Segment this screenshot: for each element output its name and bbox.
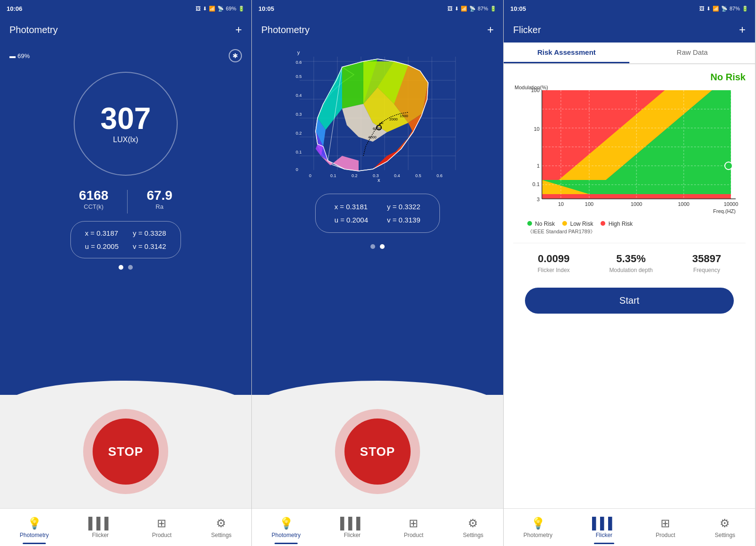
svg-text:0: 0 (309, 173, 311, 178)
nav-flicker-1[interactable]: ▌▌▌ Flicker (84, 514, 117, 541)
app-header-3: Flicker + (504, 17, 755, 43)
battery-row-1: ▬ 69% ✱ (0, 49, 251, 67)
nav-product-label-1: Product (152, 532, 172, 538)
stop-button-1[interactable]: STOP (93, 418, 159, 485)
flicker-icon-3: ▌▌▌ (592, 517, 616, 530)
svg-text:0.4: 0.4 (394, 173, 400, 178)
dot-2-inactive[interactable] (370, 244, 375, 249)
bottom-nav-3: 💡 Photometry ▌▌▌ Flicker ⊞ Product ⚙ Set… (504, 508, 755, 546)
nav-product-1[interactable]: ⊞ Product (147, 514, 176, 541)
bluetooth-icon: ✱ (229, 49, 242, 62)
status-icons-3: 🖼 ⬇ 📶 📡 87% 🔋 (699, 6, 748, 12)
frequency-value: 35897 (692, 253, 721, 265)
nav-product-3[interactable]: ⊞ Product (651, 514, 680, 541)
photometry-icon-1: 💡 (27, 517, 42, 530)
tab-risk-assessment[interactable]: Risk Assessment (504, 43, 629, 63)
low-risk-dot (562, 221, 567, 226)
battery-indicator: ▬ 69% (9, 52, 30, 60)
product-icon-3: ⊞ (661, 517, 670, 530)
wifi-icon-2: 📶 (461, 6, 467, 12)
modulation-label: Modulation depth (609, 267, 653, 273)
nav-flicker-2[interactable]: ▌▌▌ Flicker (335, 514, 369, 541)
nav-product-2[interactable]: ⊞ Product (399, 514, 428, 541)
no-risk-dot (527, 221, 532, 226)
nav-flicker-label-3: Flicker (596, 532, 612, 538)
svg-text:4000: 4000 (368, 135, 377, 139)
panel2: 10:05 🖼 ⬇ 📶 📡 87% 🔋 Photometry + (252, 0, 504, 546)
cie-diagram: x y 0 0.1 0.2 0.3 0.4 0.5 0.6 0 0.1 0.2 … (295, 47, 460, 189)
svg-text:0.1: 0.1 (533, 181, 540, 187)
stop-button-2[interactable]: STOP (344, 418, 411, 485)
svg-text:y: y (297, 50, 300, 55)
flicker-content: No Risk (504, 64, 755, 508)
cct-value: 6168 (79, 188, 108, 203)
photo-icon: 🖼 (196, 6, 201, 11)
start-button[interactable]: Start (525, 288, 734, 314)
svg-text:1: 1 (537, 163, 540, 169)
legend-low-risk: Low Risk (562, 221, 593, 227)
battery-bar-icon: ▬ (9, 52, 16, 60)
battery-pct-2: 87% (478, 6, 488, 11)
svg-text:100: 100 (585, 201, 593, 207)
nav-settings-3[interactable]: ⚙ Settings (710, 514, 740, 541)
cct-ra-row: 6168 CCT(k) 67.9 Ra (0, 188, 251, 213)
lux-gauge: 307 LUX(lx) (74, 72, 178, 176)
nav-photometry-3[interactable]: 💡 Photometry (519, 514, 557, 541)
battery-icon-2: 🔋 (490, 6, 497, 12)
nav-settings-label-3: Settings (715, 532, 735, 538)
battery-pct-1: 69% (226, 6, 236, 11)
svg-text:0.6: 0.6 (296, 60, 302, 65)
nav-flicker-label-1: Flicker (92, 532, 109, 538)
modulation-value: 5.35% (616, 253, 645, 265)
status-icons-1: 🖼 ⬇ 📶 📡 69% 🔋 (196, 6, 245, 12)
stop-btn-wrap-1: STOP (88, 414, 163, 489)
tab-raw-data[interactable]: Raw Data (629, 43, 755, 63)
frequency-label: Frequency (693, 267, 720, 273)
dot-1-inactive[interactable] (128, 265, 133, 270)
add-button-3[interactable]: + (739, 23, 746, 36)
page-dots-1 (119, 258, 133, 274)
modulation-metric: 5.35% Modulation depth (609, 253, 653, 273)
add-button-2[interactable]: + (487, 23, 494, 36)
nav-flicker-3[interactable]: ▌▌▌ Flicker (587, 514, 621, 541)
svg-text:0.3: 0.3 (296, 112, 302, 117)
nav-settings-label-2: Settings (463, 532, 483, 538)
blue-area-1: ▬ 69% ✱ 307 LUX(lx) 6168 CCT(k) 67.9 Ra … (0, 43, 251, 395)
wifi-icon: 📶 (209, 6, 215, 12)
nav-photometry-label-1: Photometry (20, 532, 49, 538)
flicker-icon-1: ▌▌▌ (88, 517, 112, 530)
nav-photometry-1[interactable]: 💡 Photometry (15, 514, 53, 541)
download-icon: ⬇ (203, 6, 207, 12)
panel3: 10:05 🖼 ⬇ 📶 📡 87% 🔋 Flicker + Risk Asses… (504, 0, 756, 546)
u-coord-2: u = 0.2004 (335, 214, 368, 226)
high-risk-dot (601, 221, 605, 226)
add-button-1[interactable]: + (235, 23, 242, 36)
dot-2-active[interactable] (380, 244, 385, 249)
dot-1-active[interactable] (119, 265, 123, 270)
nav-photometry-label-2: Photometry (272, 532, 301, 538)
bottom-nav-1: 💡 Photometry ▌▌▌ Flicker ⊞ Product ⚙ Set… (0, 508, 251, 546)
nav-photometry-2[interactable]: 💡 Photometry (267, 514, 305, 541)
frequency-metric: 35897 Frequency (692, 253, 721, 273)
product-icon-1: ⊞ (157, 517, 166, 530)
wifi-icon-3: 📶 (713, 6, 719, 12)
cct-label: CCT(k) (84, 203, 103, 210)
legend-no-risk: No Risk (527, 221, 555, 227)
status-icons-2: 🖼 ⬇ 📶 📡 87% 🔋 (447, 6, 497, 12)
risk-legend: No Risk Low Risk High Risk (513, 218, 746, 228)
risk-chart-svg: 100 10 1 0.1 3 10 100 1000 1000 10000 Mo… (513, 85, 746, 218)
header-title-3: Flicker (513, 25, 541, 35)
svg-text:0: 0 (296, 167, 298, 172)
svg-text:1000: 1000 (631, 201, 642, 207)
flicker-metrics: 0.0099 Flicker Index 5.35% Modulation de… (513, 243, 746, 283)
flicker-tabs: Risk Assessment Raw Data (504, 43, 755, 64)
nav-product-label-3: Product (656, 532, 675, 538)
flicker-icon-2: ▌▌▌ (340, 517, 364, 530)
battery-icon-3: 🔋 (742, 6, 748, 12)
nav-settings-2[interactable]: ⚙ Settings (458, 514, 488, 541)
nav-settings-1[interactable]: ⚙ Settings (206, 514, 236, 541)
svg-text:1000: 1000 (678, 201, 689, 207)
ra-label: Ra (155, 203, 163, 210)
cct-item: 6168 CCT(k) (60, 188, 127, 210)
svg-text:0.4: 0.4 (296, 93, 302, 98)
